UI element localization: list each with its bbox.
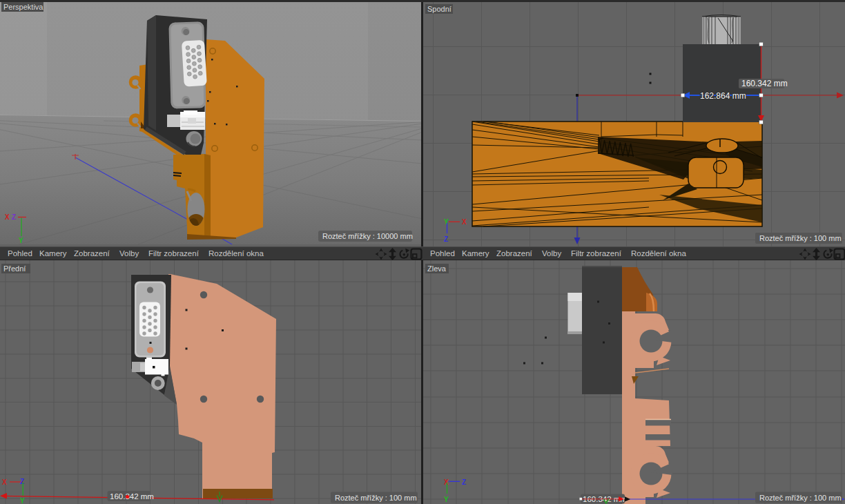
svg-text:Y: Y xyxy=(444,218,449,226)
svg-text:Y: Y xyxy=(19,237,23,244)
svg-text:Spodní: Spodní xyxy=(427,5,451,13)
svg-text:Y: Y xyxy=(20,497,25,504)
svg-text:Perspektiva: Perspektiva xyxy=(3,3,43,11)
svg-text:X: X xyxy=(5,213,10,221)
svg-text:Z: Z xyxy=(444,235,448,243)
svg-text:Rozteč mřížky : 100 mm: Rozteč mřížky : 100 mm xyxy=(335,494,417,502)
svg-text:Z: Z xyxy=(20,478,24,485)
svg-text:160.342 mm: 160.342 mm xyxy=(110,492,154,501)
svg-text:Přední: Přední xyxy=(3,264,26,273)
svg-text:162.864 mm: 162.864 mm xyxy=(700,91,746,101)
svg-text:X: X xyxy=(444,478,449,486)
svg-text:Rozteč mřížky : 10000 mm: Rozteč mřížky : 10000 mm xyxy=(322,232,413,240)
svg-text:Rozteč mřížky : 100 mm: Rozteč mřížky : 100 mm xyxy=(759,494,842,502)
svg-text:X: X xyxy=(2,478,7,486)
svg-text:Zleva: Zleva xyxy=(427,264,447,273)
svg-text:Z: Z xyxy=(462,478,466,486)
svg-text:Y: Y xyxy=(444,496,449,503)
svg-text:160.342 mm: 160.342 mm xyxy=(741,79,788,88)
svg-text:X: X xyxy=(462,218,467,226)
svg-text:Z: Z xyxy=(12,213,16,221)
svg-text:Rozteč mřížky : 100 mm: Rozteč mřížky : 100 mm xyxy=(759,234,842,242)
